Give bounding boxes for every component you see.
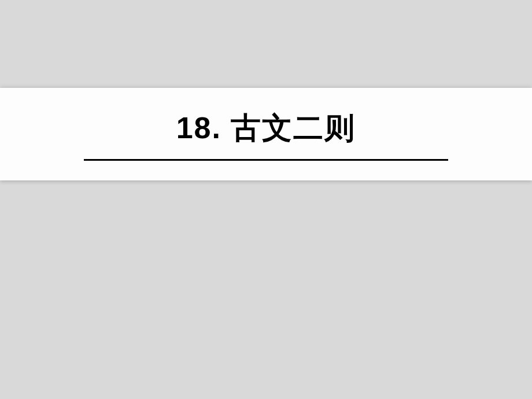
title-band: 18. 古文二则 [0, 88, 532, 180]
title-underline [84, 159, 448, 161]
slide-title: 18. 古文二则 [176, 108, 356, 149]
